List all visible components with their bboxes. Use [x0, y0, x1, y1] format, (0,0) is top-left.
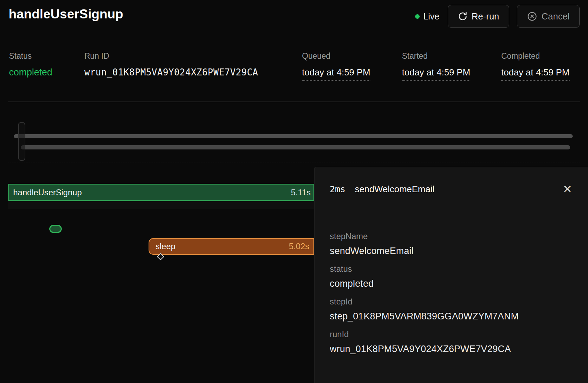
step-detail-body: stepName sendWelcomeEmail status complet… — [314, 211, 588, 355]
field-run-id: runId wrun_01K8PM5VA9Y024XZ6PWE7V29CA — [330, 329, 574, 355]
field-step-id: stepId step_01K8PM5VARM839GGA0WZYM7ANM — [330, 297, 574, 322]
cancel-button-label: Cancel — [541, 11, 570, 22]
status-badge: completed — [9, 67, 52, 78]
completed-timestamp[interactable]: today at 4:59 PM — [501, 67, 570, 81]
meta-completed: Completed today at 4:59 PM — [501, 51, 570, 81]
rerun-button-label: Re-run — [472, 11, 499, 22]
gantt-bar-sleep-duration: 5.02s — [289, 242, 309, 251]
gantt-top-boundary — [8, 163, 580, 163]
field-status-value: completed — [330, 278, 574, 289]
gantt-bar-sleep[interactable]: sleep 5.02s — [149, 238, 314, 255]
meta-completed-label: Completed — [501, 51, 570, 61]
gantt-bar-workflow-duration: 5.11s — [291, 188, 311, 197]
live-label: Live — [423, 11, 439, 22]
cancel-button[interactable]: Cancel — [517, 5, 580, 28]
gantt-bar-workflow-label: handleUserSignup — [13, 188, 82, 197]
field-step-name-value: sendWelcomeEmail — [330, 246, 574, 256]
meta-queued: Queued today at 4:59 PM — [302, 51, 370, 81]
run-id-value: wrun_01K8PM5VA9Y024XZ6PWE7V29CA — [84, 67, 258, 78]
minimap-sleep-bar — [21, 145, 570, 149]
started-timestamp[interactable]: today at 4:59 PM — [402, 67, 470, 81]
header-divider — [8, 101, 580, 102]
field-run-id-value: wrun_01K8PM5VA9Y024XZ6PWE7V29CA — [330, 344, 574, 355]
page-title: handleUserSignup — [9, 7, 123, 22]
workflow-run-page: handleUserSignup Live Re-run — [0, 0, 588, 383]
step-title: sendWelcomeEmail — [355, 184, 434, 195]
field-step-id-label: stepId — [330, 297, 574, 307]
field-run-id-label: runId — [330, 329, 574, 339]
meta-run-id-label: Run ID — [84, 51, 258, 61]
gantt-bar-workflow[interactable]: handleUserSignup 5.11s — [8, 184, 314, 201]
live-indicator: Live — [415, 11, 439, 22]
minimap-scrub-handle[interactable] — [18, 122, 25, 161]
gantt-row-stripe — [8, 202, 314, 209]
meta-status-label: Status — [9, 51, 52, 61]
meta-run-id: Run ID wrun_01K8PM5VA9Y024XZ6PWE7V29CA — [84, 51, 258, 78]
step-duration: 2ms — [330, 184, 345, 194]
cancel-circle-x-icon — [527, 11, 537, 22]
header-actions: Live Re-run Cancel — [415, 5, 580, 28]
close-icon[interactable]: ✕ — [561, 182, 573, 196]
gantt-bar-step-sendwelcomeemail[interactable] — [49, 225, 62, 233]
field-status: status completed — [330, 264, 574, 289]
field-step-id-value: step_01K8PM5VARM839GGA0WZYM7ANM — [330, 311, 574, 322]
field-step-name: stepName sendWelcomeEmail — [330, 231, 574, 256]
field-status-label: status — [330, 264, 574, 274]
rerun-button[interactable]: Re-run — [448, 5, 509, 28]
meta-queued-label: Queued — [302, 51, 370, 61]
step-detail-header: 2ms sendWelcomeEmail ✕ — [314, 167, 588, 211]
meta-status: Status completed — [9, 51, 52, 78]
minimap-workflow-bar — [14, 134, 573, 138]
live-status-dot-icon — [415, 14, 420, 19]
meta-started-label: Started — [402, 51, 470, 61]
queued-timestamp[interactable]: today at 4:59 PM — [302, 67, 370, 81]
refresh-icon — [458, 11, 468, 21]
step-detail-panel: 2ms sendWelcomeEmail ✕ stepName sendWelc… — [314, 167, 588, 383]
meta-started: Started today at 4:59 PM — [402, 51, 470, 81]
field-step-name-label: stepName — [330, 231, 574, 241]
gantt-bar-sleep-label: sleep — [156, 242, 175, 251]
